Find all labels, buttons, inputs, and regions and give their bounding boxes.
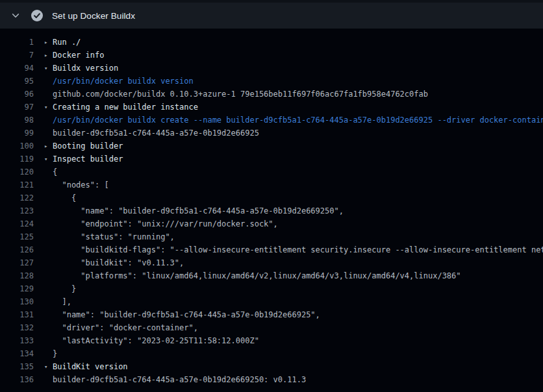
- line-number[interactable]: 130: [0, 295, 34, 308]
- log-output-line: 131 "name": "builder-d9cfb5a1-c764-445a-…: [0, 308, 543, 321]
- log-output-line: 122 {: [0, 191, 543, 204]
- log-group-line[interactable]: 97 ▾Creating a new builder instance: [0, 101, 543, 114]
- log-output-line: 136 builder-d9cfb5a1-c764-445a-a57e-0b19…: [0, 373, 543, 386]
- log-text: {: [53, 191, 76, 204]
- triangle-down-icon: ▾: [44, 153, 53, 165]
- log-text: BuildKit version: [53, 360, 128, 373]
- triangle-down-icon: ▾: [44, 360, 53, 373]
- line-number[interactable]: 129: [0, 282, 34, 295]
- line-number[interactable]: 95: [0, 75, 34, 88]
- log-text: "driver": "docker-container",: [53, 321, 198, 334]
- line-number[interactable]: 98: [0, 114, 34, 127]
- log-text: "name": "builder-d9cfb5a1-c764-445a-a57e…: [53, 308, 320, 321]
- log-text: "lastActivity": "2023-02-25T11:58:12.000…: [53, 334, 259, 347]
- log-command-line: 95 /usr/bin/docker buildx version: [0, 75, 543, 88]
- log-output-line: 132 "driver": "docker-container",: [0, 321, 543, 334]
- triangle-right-icon: ▸: [44, 49, 53, 62]
- log-output-line: 121 "nodes": [: [0, 178, 543, 191]
- log-output-line: 130 ],: [0, 295, 543, 308]
- log-text: Creating a new builder instance: [53, 101, 198, 114]
- line-number[interactable]: 1: [0, 36, 34, 49]
- log-text: "nodes": [: [53, 178, 109, 191]
- log-text: builder-d9cfb5a1-c764-445a-a57e-0b19d2e6…: [53, 373, 306, 386]
- log-text: "platforms": "linux/amd64,linux/amd64/v2…: [53, 269, 461, 282]
- line-number[interactable]: 131: [0, 308, 34, 321]
- log-output-line: 128 "platforms": "linux/amd64,linux/amd6…: [0, 269, 543, 282]
- triangle-right-icon: ▸: [44, 36, 53, 49]
- log-output-line: 125 "status": "running",: [0, 230, 543, 243]
- line-number[interactable]: 120: [0, 165, 34, 178]
- log-text: "buildkit": "v0.11.3",: [53, 256, 184, 269]
- log-text: "endpoint": "unix:///var/run/docker.sock…: [53, 217, 278, 230]
- line-number[interactable]: 123: [0, 204, 34, 217]
- line-number[interactable]: 134: [0, 347, 34, 360]
- log-output-line: 120 {: [0, 165, 543, 178]
- log-text: ],: [53, 295, 71, 308]
- log-output-line: 99 builder-d9cfb5a1-c764-445a-a57e-0b19d…: [0, 127, 543, 140]
- log-text: builder-d9cfb5a1-c764-445a-a57e-0b19d2e6…: [53, 127, 259, 140]
- log-text: Run ./: [53, 36, 81, 49]
- log-output-line: 129 }: [0, 282, 543, 295]
- line-number[interactable]: 97: [0, 101, 34, 114]
- log-group-line[interactable]: 7 ▸Docker info: [0, 49, 543, 62]
- line-number[interactable]: 132: [0, 321, 34, 334]
- log-text: "buildkitd-flags": "--allow-insecure-ent…: [53, 243, 543, 256]
- log-text: github.com/docker/buildx 0.10.3+azure-1 …: [53, 88, 428, 101]
- log-text: }: [53, 347, 57, 360]
- log-text: Buildx version: [53, 62, 118, 75]
- triangle-right-icon: ▸: [44, 140, 53, 153]
- line-number[interactable]: 96: [0, 88, 34, 101]
- log-text: /usr/bin/docker buildx version: [53, 75, 194, 88]
- log-output-line: 96 github.com/docker/buildx 0.10.3+azure…: [0, 88, 543, 101]
- log-command-line: 98 /usr/bin/docker buildx create --name …: [0, 114, 543, 127]
- log-group-line[interactable]: 1 ▸Run ./: [0, 36, 543, 49]
- log-output-line: 134 }: [0, 347, 543, 360]
- log-output-line: 123 "name": "builder-d9cfb5a1-c764-445a-…: [0, 204, 543, 217]
- log-text: Docker info: [53, 49, 104, 62]
- line-number[interactable]: 7: [0, 49, 34, 62]
- line-number[interactable]: 125: [0, 230, 34, 243]
- line-number[interactable]: 100: [0, 140, 34, 153]
- log-group-line[interactable]: 135 ▾BuildKit version: [0, 360, 543, 373]
- log-text: /usr/bin/docker buildx create --name bui…: [53, 114, 543, 127]
- line-number[interactable]: 124: [0, 217, 34, 230]
- log-text: Booting builder: [53, 140, 123, 153]
- log-text: Inspect builder: [53, 153, 123, 165]
- triangle-down-icon: ▾: [44, 101, 53, 114]
- log-text: "name": "builder-d9cfb5a1-c764-445a-a57e…: [53, 204, 344, 217]
- log-group-line[interactable]: 119 ▾Inspect builder: [0, 153, 543, 165]
- triangle-down-icon: ▾: [44, 62, 53, 75]
- log-text: "status": "running",: [53, 230, 175, 243]
- line-number[interactable]: 99: [0, 127, 34, 140]
- check-circle-icon: [31, 10, 43, 21]
- line-number[interactable]: 128: [0, 269, 34, 282]
- log-output-line: 124 "endpoint": "unix:///var/run/docker.…: [0, 217, 543, 230]
- log-text: {: [53, 165, 57, 178]
- chevron-down-icon[interactable]: [10, 10, 21, 21]
- line-number[interactable]: 94: [0, 62, 34, 75]
- line-number[interactable]: 136: [0, 373, 34, 386]
- line-number[interactable]: 135: [0, 360, 34, 373]
- step-title: Set up Docker Buildx: [52, 11, 135, 21]
- line-number[interactable]: 127: [0, 256, 34, 269]
- log-output-line: 133 "lastActivity": "2023-02-25T11:58:12…: [0, 334, 543, 347]
- line-number[interactable]: 133: [0, 334, 34, 347]
- step-header[interactable]: Set up Docker Buildx: [0, 3, 543, 29]
- log-text: }: [53, 282, 76, 295]
- log-group-line[interactable]: 100 ▸Booting builder: [0, 140, 543, 153]
- log-output-line: 126 "buildkitd-flags": "--allow-insecure…: [0, 243, 543, 256]
- line-number[interactable]: 122: [0, 191, 34, 204]
- line-number[interactable]: 126: [0, 243, 34, 256]
- line-number[interactable]: 119: [0, 153, 34, 165]
- log-output-line: 127 "buildkit": "v0.11.3",: [0, 256, 543, 269]
- log-group-line[interactable]: 94 ▾Buildx version: [0, 62, 543, 75]
- log-viewer: 1 ▸Run ./ 7 ▸Docker info 94 ▾Buildx vers…: [0, 29, 543, 386]
- line-number[interactable]: 121: [0, 178, 34, 191]
